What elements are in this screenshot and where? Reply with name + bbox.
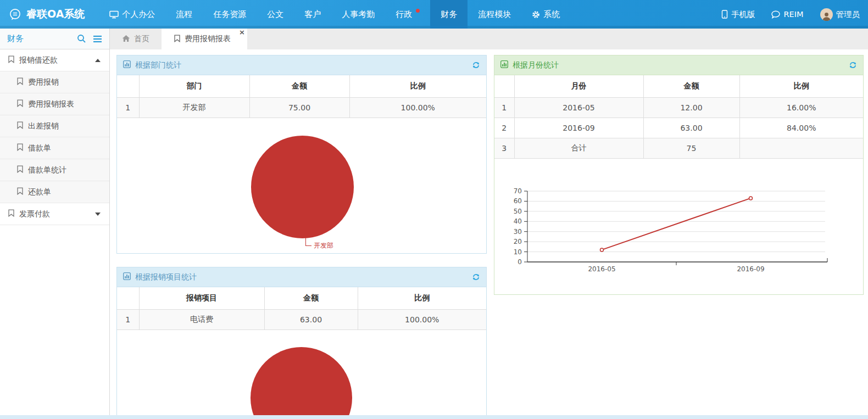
current-user-menu[interactable]: 管理员 (812, 0, 868, 29)
month-line-chart-area: 0102030405060702016-052016-09 (494, 159, 863, 294)
nav-item-finance[interactable]: 财务 (430, 0, 468, 29)
svg-text:50: 50 (514, 208, 522, 215)
svg-text:70: 70 (514, 187, 522, 195)
svg-text:0: 0 (518, 258, 522, 266)
bookmark-icon (16, 187, 24, 197)
collapse-caret-icon (95, 59, 101, 62)
svg-text:20: 20 (514, 238, 522, 245)
col-item: 报销项目 (139, 287, 264, 309)
col-ratio: 比例 (358, 287, 486, 309)
tab-expense-report[interactable]: 费用报销报表 × (162, 29, 247, 49)
horizontal-scrollbar[interactable] (0, 415, 868, 419)
search-icon[interactable] (77, 34, 86, 43)
dept-pie-label: 开发部 (305, 238, 333, 246)
bar-chart-icon (500, 60, 508, 70)
menu-toggle-icon[interactable] (93, 35, 102, 43)
sidebar-header: 财务 (0, 29, 109, 49)
panel-dept-heading: 根据部门统计 (117, 55, 486, 75)
desktop-icon (109, 10, 119, 19)
chat-icon (771, 10, 780, 19)
col-index (494, 75, 514, 97)
panel-title: 根据报销项目统计 (135, 272, 197, 282)
nav-item-administration[interactable]: 行政 (385, 0, 430, 29)
nav-item-hr-attendance[interactable]: 人事考勤 (331, 0, 385, 29)
nav-item-document[interactable]: 公文 (257, 0, 294, 29)
panel-item-stats: 根据报销项目统计 报销项目 金额 比例 1 电话费 63.00 100.00% (116, 267, 487, 419)
table-row: 3 合计 75 (494, 138, 863, 158)
phone-icon (721, 10, 728, 19)
reim-link[interactable]: REIM (763, 0, 811, 29)
bookmark-icon (8, 209, 15, 219)
month-stats-table: 月份 金额 比例 1 2016-05 12.00 16.00% 2 2016-0… (494, 75, 863, 159)
col-month: 月份 (514, 75, 643, 97)
sidebar-item-repayment-form[interactable]: 还款单 (0, 181, 109, 203)
table-row: 2 2016-09 63.00 84.00% (494, 118, 863, 138)
sidebar-group-reimburse-loan[interactable]: 报销借还款 (0, 49, 109, 71)
svg-text:40: 40 (514, 217, 522, 225)
sidebar: 财务 报销借还款 费用报销 费用报销报表 出差报销 借款单 借款单统计 还款单 … (0, 29, 110, 419)
svg-text:60: 60 (514, 197, 522, 205)
panel-title: 根据部门统计 (135, 60, 181, 70)
brand-title: 睿联OA系统 (26, 7, 85, 21)
tab-strip: 首页 费用报销报表 × (110, 29, 868, 49)
sidebar-item-expense-reimburse[interactable]: 费用报销 (0, 71, 109, 93)
col-amount: 金额 (264, 287, 358, 309)
sidebar-item-loan-form[interactable]: 借款单 (0, 137, 109, 159)
brand-logo-icon (9, 8, 21, 21)
main-content: 根据部门统计 部门 金额 比例 1 开发部 75.00 100.00% (110, 49, 868, 419)
col-dept: 部门 (139, 75, 249, 97)
dept-pie-chart (251, 136, 354, 238)
mobile-version-link[interactable]: 手机版 (713, 0, 764, 29)
nav-item-personal-office[interactable]: 个人办公 (99, 0, 165, 29)
notification-dot (416, 9, 420, 13)
table-row: 1 2016-05 12.00 16.00% (494, 97, 863, 118)
bookmark-icon (174, 35, 181, 44)
close-icon[interactable]: × (239, 29, 245, 36)
navbar-right: 手机版 REIM 管理员 (713, 0, 868, 29)
sidebar-title: 财务 (7, 33, 24, 44)
home-icon (122, 35, 130, 44)
nav-item-task-resource[interactable]: 任务资源 (203, 0, 257, 29)
nav-item-process[interactable]: 流程 (165, 0, 203, 29)
bookmark-icon (16, 99, 24, 109)
sidebar-item-expense-report[interactable]: 费用报销报表 (0, 93, 109, 115)
panel-month-heading: 根据月份统计 (494, 55, 863, 75)
top-navbar: 睿联OA系统 个人办公 流程 任务资源 公文 客户 人事考勤 行政 财务 流程模… (0, 0, 868, 29)
expand-caret-icon (95, 213, 101, 216)
col-ratio: 比例 (739, 75, 863, 97)
nav-item-process-module[interactable]: 流程模块 (468, 0, 521, 29)
app-brand[interactable]: 睿联OA系统 (0, 0, 99, 29)
gear-icon (532, 10, 540, 19)
bar-chart-icon (123, 60, 131, 70)
panel-item-heading: 根据报销项目统计 (117, 267, 486, 287)
table-header-row: 报销项目 金额 比例 (117, 287, 486, 309)
sidebar-item-travel-reimburse[interactable]: 出差报销 (0, 115, 109, 137)
table-header-row: 部门 金额 比例 (117, 75, 486, 97)
item-pie-chart (251, 347, 352, 419)
col-index (117, 75, 139, 97)
nav-item-customer[interactable]: 客户 (294, 0, 331, 29)
month-line-chart: 0102030405060702016-052016-09 (494, 159, 863, 294)
svg-text:10: 10 (514, 248, 522, 256)
col-amount: 金额 (643, 75, 739, 97)
bookmark-icon (8, 55, 15, 65)
panel-title: 根据月份统计 (513, 60, 559, 70)
sidebar-group-invoice-payment[interactable]: 发票付款 (0, 203, 109, 225)
col-ratio: 比例 (349, 75, 486, 97)
user-avatar (820, 8, 833, 21)
table-row: 1 电话费 63.00 100.00% (117, 309, 486, 329)
svg-text:2016-09: 2016-09 (737, 265, 764, 273)
table-row: 1 开发部 75.00 100.00% (117, 97, 486, 118)
sidebar-item-loan-stats[interactable]: 借款单统计 (0, 159, 109, 181)
refresh-icon[interactable] (472, 61, 480, 69)
nav-item-system[interactable]: 系统 (521, 0, 570, 29)
refresh-icon[interactable] (849, 61, 857, 69)
tab-home[interactable]: 首页 (110, 29, 162, 49)
panel-month-stats: 根据月份统计 月份 金额 比例 1 2016-05 12.00 16.00% (494, 55, 864, 295)
svg-text:30: 30 (514, 228, 522, 236)
col-amount: 金额 (249, 75, 349, 97)
refresh-icon[interactable] (472, 273, 480, 281)
col-index (117, 287, 139, 309)
panel-dept-stats: 根据部门统计 部门 金额 比例 1 开发部 75.00 100.00% (116, 55, 487, 254)
bookmark-icon (16, 143, 24, 153)
